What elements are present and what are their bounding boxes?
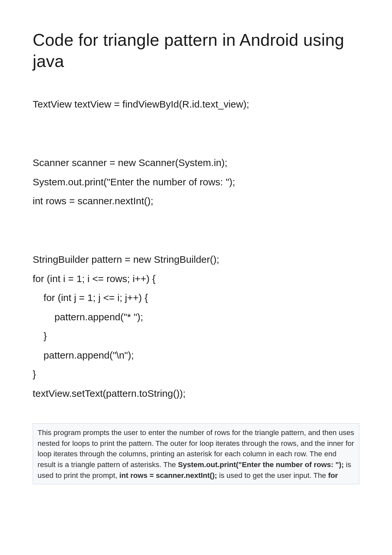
code-line: pattern.append("* ");	[33, 311, 143, 322]
code-line: int rows = scanner.nextInt();	[33, 195, 153, 206]
code-line: System.out.print("Enter the number of ro…	[33, 177, 235, 187]
code-line: }	[33, 330, 47, 341]
code-line: Scanner scanner = new Scanner(System.in)…	[33, 157, 227, 168]
code-line: }	[33, 369, 36, 379]
inline-code: for	[328, 471, 338, 479]
inline-code: System.out.print("Enter the number of ro…	[178, 461, 344, 469]
code-line: StringBuilder pattern = new StringBuilde…	[33, 254, 219, 265]
code-line: TextView textView = findViewById(R.id.te…	[33, 95, 359, 114]
document-title: Code for triangle pattern in Android usi…	[33, 29, 359, 72]
code-line: pattern.append("\n");	[33, 350, 134, 361]
code-line: textView.setText(pattern.toString());	[33, 388, 186, 399]
code-line: for (int j = 1; j <= i; j++) {	[33, 292, 148, 303]
code-block-input: Scanner scanner = new Scanner(System.in)…	[33, 134, 359, 211]
code-block-loop: StringBuilder pattern = new StringBuilde…	[33, 231, 359, 403]
inline-code: int rows = scanner.nextInt();	[119, 471, 217, 479]
explanation-box: This program prompts the user to enter t…	[33, 423, 359, 484]
code-line: for (int i = 1; i <= rows; i++) {	[33, 273, 155, 284]
explanation-text: is used to get the user input. The	[217, 471, 328, 479]
